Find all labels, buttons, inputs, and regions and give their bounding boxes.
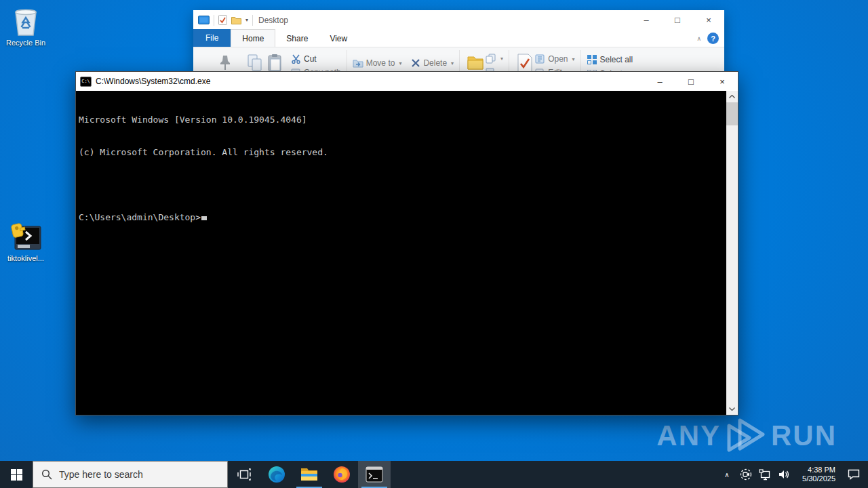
anyrun-logo-icon	[725, 418, 767, 454]
desktop-icon-label: Recycle Bin	[3, 39, 48, 47]
new-folder-icon[interactable]	[465, 53, 486, 70]
tab-view[interactable]: View	[319, 30, 358, 47]
taskbar-edge-button[interactable]	[260, 461, 293, 488]
cmd-close-button[interactable]: ×	[707, 72, 738, 91]
new-folder-qat-icon[interactable]	[231, 16, 241, 24]
explorer-window-title: Desktop	[258, 16, 288, 25]
batch-file-icon	[3, 222, 48, 252]
scroll-down-icon[interactable]	[726, 403, 738, 415]
taskbar: ∧ 4:38 PM 5/30/2025	[0, 461, 868, 488]
watermark-text-run: RUN	[771, 420, 837, 452]
cmd-console[interactable]: Microsoft Windows [Version 10.0.19045.40…	[76, 91, 738, 415]
console-prompt: C:\Users\admin\Desktop>	[79, 212, 201, 222]
ribbon-separator	[509, 50, 509, 71]
ribbon-collapse-icon[interactable]: ∧	[696, 35, 701, 42]
explorer-window: ▾ Desktop – □ × File Home Share View ∧ ?	[193, 10, 724, 71]
cmd-caption-buttons: – □ ×	[644, 72, 738, 91]
pin-to-quick-access-icon[interactable]	[215, 53, 235, 70]
new-item-dropdown-icon: ▾	[500, 56, 503, 62]
delete-dropdown-icon: ▾	[451, 60, 454, 66]
divider	[252, 15, 253, 26]
cmd-scrollbar[interactable]	[726, 91, 738, 415]
desktop-icon-tiktoklivel[interactable]: tiktoklivel...	[3, 222, 48, 262]
select-all-button[interactable]: Select all	[587, 54, 643, 65]
console-cursor	[201, 216, 207, 220]
desktop-icon-recycle-bin[interactable]: Recycle Bin	[3, 7, 48, 47]
action-center-icon	[848, 469, 860, 480]
cut-label: Cut	[304, 54, 317, 64]
clock-date: 5/30/2025	[795, 474, 835, 483]
properties-qat-icon[interactable]	[218, 15, 227, 25]
cmd-window: C:\ C:\Windows\System32\cmd.exe – □ × Mi…	[75, 71, 738, 415]
move-to-label: Move to	[366, 58, 395, 68]
taskbar-search[interactable]	[33, 461, 228, 488]
tab-share[interactable]: Share	[275, 30, 319, 47]
camera-tray-icon[interactable]	[738, 461, 754, 488]
explorer-ribbon-tabs: File Home Share View ∧ ?	[193, 30, 724, 47]
ribbon-separator	[347, 50, 347, 71]
anyrun-watermark: ANY RUN	[656, 418, 837, 454]
watermark-text-any: ANY	[656, 420, 721, 452]
explorer-caption-buttons: – □ ×	[631, 10, 724, 30]
windows-logo-icon	[11, 469, 22, 481]
cmd-maximize-button[interactable]: □	[675, 72, 707, 91]
open-icon	[535, 54, 545, 64]
firefox-icon	[333, 466, 351, 483]
search-icon	[41, 469, 52, 480]
move-to-button[interactable]: Move to ▾	[353, 58, 402, 68]
ribbon-separator	[459, 50, 460, 71]
file-explorer-icon	[300, 467, 318, 482]
select-all-icon	[587, 54, 597, 65]
task-view-icon	[237, 468, 251, 481]
open-dropdown-icon: ▾	[572, 56, 574, 62]
taskbar-firefox-button[interactable]	[326, 461, 358, 488]
properties-icon[interactable]	[515, 52, 535, 71]
copy-icon[interactable]	[245, 53, 265, 71]
console-line: Microsoft Windows [Version 10.0.19045.40…	[79, 115, 724, 125]
network-tray-icon[interactable]	[757, 461, 773, 488]
cmd-window-title: C:\Windows\System32\cmd.exe	[96, 77, 210, 86]
scroll-up-icon[interactable]	[726, 91, 738, 102]
open-label: Open	[548, 54, 568, 64]
explorer-close-button[interactable]: ×	[693, 10, 724, 30]
action-center-button[interactable]	[841, 461, 867, 488]
move-to-icon	[353, 58, 363, 68]
cut-button[interactable]: Cut	[291, 54, 341, 64]
quick-access-toolbar: ▾	[198, 15, 253, 26]
desktop-icon-label: tiktoklivel...	[3, 254, 48, 262]
delete-button[interactable]: Delete ▾	[411, 58, 454, 68]
qat-customize-dropdown-icon[interactable]: ▾	[245, 17, 248, 23]
explorer-minimize-button[interactable]: –	[631, 10, 662, 30]
console-line: (c) Microsoft Corporation. All rights re…	[79, 147, 724, 158]
scrollbar-thumb[interactable]	[726, 102, 738, 125]
delete-x-icon	[411, 58, 420, 68]
explorer-maximize-button[interactable]: □	[662, 10, 693, 30]
task-view-button[interactable]	[228, 461, 260, 488]
scissors-icon	[291, 54, 301, 64]
new-item-button[interactable]: ▾	[486, 54, 503, 64]
new-item-icon	[486, 54, 496, 64]
volume-tray-icon[interactable]	[776, 461, 792, 488]
show-hidden-icons-chevron[interactable]: ∧	[719, 461, 735, 488]
start-button[interactable]	[0, 461, 33, 488]
cmd-titlebar[interactable]: C:\ C:\Windows\System32\cmd.exe – □ ×	[76, 72, 738, 91]
delete-label: Delete	[423, 58, 447, 68]
explorer-ribbon: Cut Copy path Move to ▾ Delete ▾	[193, 47, 724, 71]
tab-home[interactable]: Home	[231, 29, 275, 47]
recycle-bin-icon	[3, 7, 48, 37]
help-button[interactable]: ?	[707, 33, 719, 44]
divider	[214, 15, 214, 26]
taskbar-cmd-button[interactable]	[358, 461, 391, 488]
taskbar-clock[interactable]: 4:38 PM 5/30/2025	[795, 466, 838, 483]
move-to-dropdown-icon: ▾	[399, 60, 401, 66]
search-input[interactable]	[59, 469, 208, 480]
taskbar-file-explorer-button[interactable]	[293, 461, 326, 488]
open-button[interactable]: Open ▾	[535, 54, 574, 64]
select-all-label: Select all	[600, 55, 633, 64]
cmd-taskbar-icon	[366, 466, 383, 483]
console-prompt-line: C:\Users\admin\Desktop>	[79, 212, 724, 223]
cmd-app-icon: C:\	[80, 77, 92, 87]
cmd-minimize-button[interactable]: –	[644, 72, 675, 91]
tab-file[interactable]: File	[193, 29, 231, 47]
paste-icon[interactable]	[265, 53, 285, 71]
